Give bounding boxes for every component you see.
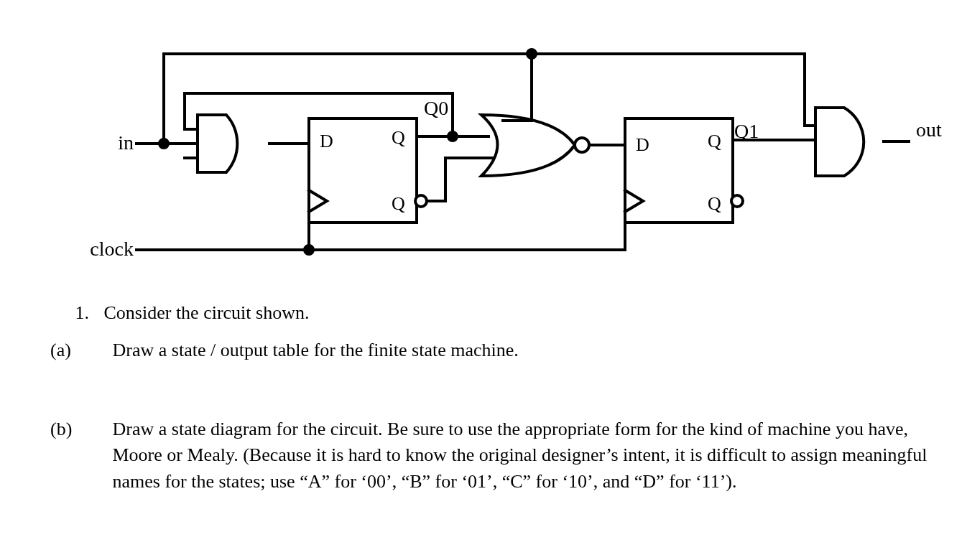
- ff2-q-label: Q: [708, 131, 721, 151]
- part-b-text: Draw a state diagram for the circuit. Be…: [113, 416, 932, 495]
- question-part-a: (a) Draw a state / output table for the …: [50, 337, 912, 363]
- svg-point-29: [305, 246, 313, 254]
- svg-point-14: [575, 138, 589, 152]
- label-q0: Q0: [424, 97, 448, 119]
- ff1-qbar-label: Q: [392, 193, 405, 214]
- question-stem-text: Consider the circuit shown.: [104, 302, 310, 323]
- svg-point-24: [731, 195, 743, 207]
- question-stem: 1. Consider the circuit shown.: [65, 300, 927, 326]
- label-clock: clock: [90, 238, 134, 260]
- ff1-q-label: Q: [392, 127, 405, 148]
- part-a-label: (a): [50, 337, 108, 363]
- label-q1: Q1: [734, 120, 759, 142]
- ff2-d-label: D: [636, 134, 649, 155]
- ff2-qbar-label: Q: [708, 193, 721, 214]
- question-part-b: (b) Draw a state diagram for the circuit…: [50, 416, 941, 495]
- label-in: in: [118, 131, 134, 154]
- page: in clock out Q0 Q1 D Q Q D Q Q 1. Consid…: [0, 0, 967, 560]
- svg-point-9: [448, 132, 457, 141]
- circuit-diagram: in clock out Q0 Q1 D Q Q D Q Q: [0, 0, 967, 294]
- label-out: out: [916, 118, 942, 141]
- ff1-d-label: D: [320, 131, 333, 151]
- svg-point-13: [415, 195, 427, 207]
- part-b-label: (b): [50, 416, 108, 442]
- part-a-text: Draw a state / output table for the fini…: [113, 337, 903, 363]
- question-number: 1.: [65, 300, 89, 326]
